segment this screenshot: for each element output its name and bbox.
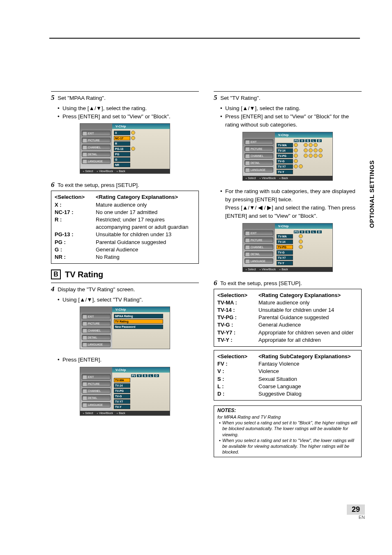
bullet-text: Press [ENTER] and set to "View" or "Bloc… [225, 113, 349, 128]
col: D [317, 230, 322, 233]
sel-val: No one under 17 admitted [96, 209, 195, 216]
selbox-head: <Rating Category Explanations> [258, 292, 358, 299]
sub-bullet-text: For the rating with sub categories, they… [225, 188, 355, 203]
sel-val: Mature audience only [96, 201, 195, 209]
sub-bullets: For the rating with sub categories, they… [220, 187, 362, 221]
sel-key: TV-Y7 : [217, 329, 258, 336]
selbox-head: <Selection> [55, 193, 96, 201]
menu-side-item: LANGUAGE [82, 342, 111, 347]
sel-key: G : [55, 246, 96, 253]
menu-foot: View/Block [259, 268, 276, 271]
menu-side-item: DETAIL [244, 251, 273, 257]
step-text: To exit the setup, press [SETUP]. [220, 280, 302, 286]
step5-bullets: Using the [▲/▼], select the rating. Pres… [58, 104, 199, 121]
col: V [300, 230, 304, 233]
rating-label: PG [114, 152, 130, 157]
sel-val: Parental Guidance suggested [258, 314, 358, 321]
sel-val: Suggestive Dialog [258, 390, 358, 398]
menu-foot: Select [245, 268, 256, 271]
sel-key: V : [217, 368, 258, 375]
menu-foot: Back [116, 170, 125, 173]
menu-foot: Select [245, 177, 256, 180]
rating-row: TV-Y7 [277, 164, 293, 169]
sel-val: Restricted; under 17 requires accompanyi… [96, 216, 195, 231]
step5-bullets: Using [▲/▼], select the rating. Press [E… [220, 104, 362, 129]
menu-side-item: PICTURE [82, 138, 111, 143]
page-number: 29 [347, 504, 365, 515]
menu-line: MPAA Rating [114, 314, 163, 318]
menu-side-item: PICTURE [82, 381, 111, 387]
step4-bullets: Using [▲/▼], select "TV Rating". [58, 296, 199, 304]
menu-foot: Back [116, 412, 125, 415]
col: V [300, 139, 304, 142]
sel-key: D : [217, 390, 258, 398]
sel-val: Sexual Situation [258, 375, 358, 383]
menu-side-item: CHANNEL [82, 145, 111, 150]
menu-foot: Select [83, 170, 93, 173]
col: FV [294, 230, 299, 233]
divider [51, 91, 199, 92]
bullet-text: Using [▲/▼], select "TV Rating". [62, 297, 143, 303]
rating-row: TV-Y [277, 261, 293, 265]
sel-val: Violence [258, 368, 358, 375]
menu-side-item: PICTURE [244, 146, 273, 152]
menu-side-item: LANGUAGE [82, 402, 111, 408]
step-text: Set "MPAA Rating". [58, 95, 106, 101]
notes-item: When you select a rating and set it to "… [219, 420, 358, 438]
sel-key: NR : [55, 253, 96, 261]
rating-row: TV-G [114, 394, 130, 398]
menu-side-item: DETAIL [82, 395, 111, 401]
rating-row: TV-MA [277, 143, 293, 147]
rating-row: TV-Y [114, 405, 130, 409]
left-column: 5 Set "MPAA Rating". Using the [▲/▼], se… [51, 91, 199, 457]
notes-heading: NOTES: [217, 408, 358, 414]
sel-val: Fantasy Violence [258, 360, 358, 368]
step-4: 4 Display the "TV Rating" screen. [51, 285, 199, 294]
menu-side-item: EXIT [244, 230, 273, 236]
col: V [137, 374, 142, 377]
sel-key: TV-Y : [217, 336, 258, 344]
sel-key: TV-PG : [217, 314, 258, 321]
menu-foot: View/Block [259, 177, 276, 180]
step-5: 5 Set "TV Rating". [214, 93, 362, 103]
press-enter-bullet: Press [ENTER]. [58, 356, 199, 364]
menu-line: TV Rating [114, 319, 163, 324]
selbox-head: <Selection> [217, 353, 258, 360]
step-6: 6 To exit the setup, press [SETUP]. [51, 180, 199, 190]
rating-row: TV-Y [277, 170, 293, 174]
mpaa-rating-menu: V-Chip EXIT PICTURE CHANNEL DETAIL LANGU… [80, 123, 170, 174]
sel-val: Appropriate for all children [258, 336, 358, 344]
side-tab: OPTIONAL SETTINGS [368, 160, 375, 228]
sel-key: TV-MA : [217, 299, 258, 306]
bullet-text: Using [▲/▼], select the rating. [225, 105, 300, 111]
menu-side-item: DETAIL [82, 152, 111, 157]
rating-row: TV-G [277, 250, 293, 255]
step-number: 6 [51, 181, 55, 189]
col: L [148, 374, 153, 377]
step-number: 4 [51, 285, 55, 293]
divider [214, 91, 362, 92]
menu-side-item: DETAIL [244, 160, 273, 166]
sel-key: X : [55, 201, 96, 209]
menu-side-item: EXIT [244, 139, 273, 145]
rating-row: TV-14 [114, 383, 130, 388]
step-number: 6 [214, 279, 217, 287]
rating-row: TV-14 [277, 240, 293, 244]
menu-side-item: LANGUAGE [82, 159, 111, 164]
menu-foot: Select [83, 412, 93, 415]
col: S [143, 374, 148, 377]
menu-title: V-Chip [275, 132, 332, 138]
col: S [305, 230, 310, 233]
rating-label: X [114, 131, 130, 135]
menu-foot: Back [279, 177, 288, 180]
menu-side-item: PICTURE [82, 321, 111, 326]
tv-rating-grid-menu: V-Chip EXIT PICTURE CHANNEL DETAIL LANGU… [80, 367, 170, 416]
tv-rating-menu-b: V-Chip EXIT PICTURE CHANNEL DETAIL LANGU… [242, 223, 333, 272]
sel-key: PG : [55, 239, 96, 246]
selbox-head: <Selection> [217, 292, 258, 299]
sel-val: Unsuitable for children under 13 [96, 231, 195, 238]
col: FV [131, 374, 136, 377]
sel-val: Unsuitable for children under 14 [258, 306, 358, 314]
press-enter-text: Press [ENTER]. [62, 357, 101, 363]
menu-line: New Password [114, 325, 163, 329]
